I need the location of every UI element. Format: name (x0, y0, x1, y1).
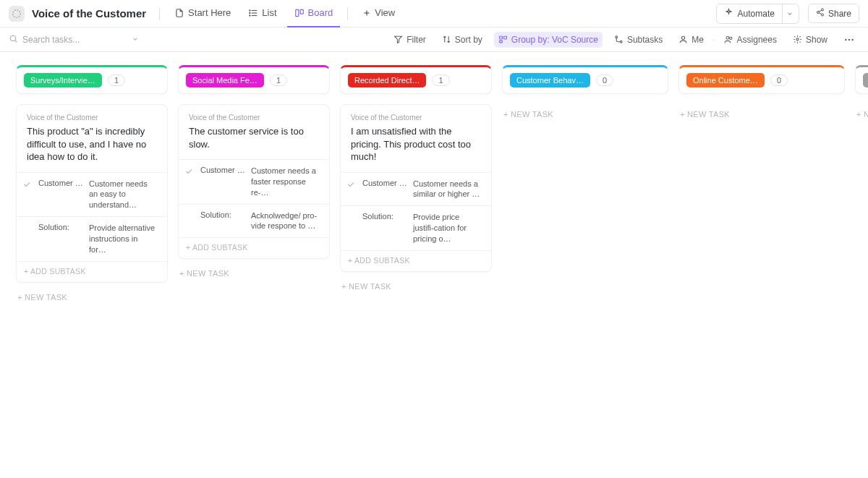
column-header[interactable]: Recorded Direct…1 (340, 65, 492, 94)
svg-point-25 (726, 36, 729, 39)
automate-button[interactable]: Automate (716, 4, 783, 24)
svg-point-30 (851, 38, 853, 40)
nav-start-here[interactable]: Start Here (167, 0, 238, 27)
svg-point-5 (250, 12, 250, 13)
more-button[interactable] (839, 31, 859, 48)
share-button[interactable]: Share (808, 4, 859, 23)
nav-board[interactable]: Board (287, 0, 341, 27)
new-task-button[interactable]: + NEW TASK (678, 94, 845, 120)
task-card[interactable]: Voice of the CustomerThe customer servic… (178, 104, 330, 259)
status-pill: Social Media Fe… (186, 73, 264, 88)
check-icon (21, 223, 33, 224)
add-subtask-button[interactable]: + ADD SUBTASK (17, 261, 167, 282)
sparkle-icon (724, 8, 733, 20)
subtask-row[interactable]: Customer …Customer needs an easy to unde… (17, 172, 167, 217)
column-header[interactable]: Dir (855, 65, 868, 94)
svg-point-27 (796, 38, 799, 40)
check-icon (183, 166, 195, 176)
count-badge: 1 (432, 74, 449, 86)
field-label: Customer … (38, 179, 83, 187)
group-by-button[interactable]: Group by: VoC Source (494, 32, 603, 48)
breadcrumb: Voice of the Customer (351, 114, 481, 121)
field-value: Provide price justifi-cation for pricing… (413, 212, 481, 244)
task-title: This product "a" is incredibly difficult… (27, 125, 157, 163)
status-pill: Recorded Direct… (348, 73, 426, 88)
settings-icon (793, 35, 802, 44)
svg-point-0 (13, 9, 21, 17)
column-header[interactable]: Surveys/Intervie…1 (16, 65, 168, 94)
task-card[interactable]: Voice of the CustomerThis product "a" is… (16, 104, 168, 283)
nav-add-view[interactable]: View (355, 0, 402, 27)
svg-point-28 (845, 38, 846, 40)
count-badge: 1 (270, 74, 287, 86)
nav-list[interactable]: List (241, 0, 284, 27)
new-task-button[interactable]: + NEW TASK (178, 259, 330, 279)
page-title: Voice of the Customer (32, 7, 146, 20)
svg-rect-8 (300, 9, 303, 14)
assignees-button[interactable]: Assignees (720, 32, 781, 48)
task-card[interactable]: Voice of the CustomerI am unsatisfied wi… (340, 104, 492, 272)
add-subtask-button[interactable]: + ADD SUBTASK (179, 237, 329, 258)
check-icon (345, 212, 357, 213)
column-header[interactable]: Customer Behav…0 (502, 65, 668, 94)
new-task-button[interactable]: + NE (855, 94, 868, 120)
field-label: Solution: (362, 212, 407, 221)
subtask-row[interactable]: Customer …Customer needs a similar or hi… (341, 172, 491, 206)
show-button[interactable]: Show (788, 32, 832, 48)
subtask-row[interactable]: Customer …Customer needs a faster respon… (179, 159, 329, 204)
svg-line-17 (15, 40, 17, 41)
field-label: Solution: (38, 223, 83, 231)
users-icon (724, 35, 733, 44)
board-column: Social Media Fe…1Voice of the CustomerTh… (178, 65, 330, 279)
chevron-down-icon (786, 10, 793, 17)
add-subtask-button[interactable]: + ADD SUBTASK (341, 250, 491, 271)
svg-point-23 (620, 40, 622, 43)
automate-dropdown[interactable] (782, 4, 799, 24)
top-nav: Voice of the Customer Start Here List Bo… (0, 0, 868, 27)
subtask-row[interactable]: Solution:Provide alternative instruction… (17, 216, 167, 261)
svg-line-14 (819, 10, 822, 12)
svg-point-26 (729, 37, 731, 39)
more-icon (843, 34, 855, 46)
subtask-row[interactable]: Solution:Acknolwedge/ pro-vide respone t… (179, 204, 329, 238)
svg-point-6 (250, 14, 250, 15)
check-icon (21, 179, 33, 189)
subtasks-button[interactable]: Subtasks (610, 32, 667, 48)
field-value: Customer needs a faster response re-… (251, 166, 319, 198)
svg-point-29 (848, 38, 850, 40)
new-task-button[interactable]: + NEW TASK (340, 272, 492, 292)
check-icon (183, 210, 195, 212)
field-label: Solution: (200, 210, 245, 219)
share-icon (816, 8, 825, 19)
svg-point-13 (821, 14, 823, 16)
sort-button[interactable]: Sort by (438, 32, 487, 48)
board-column: Recorded Direct…1Voice of the CustomerI … (340, 65, 492, 292)
svg-rect-19 (499, 36, 502, 39)
svg-point-12 (817, 12, 819, 14)
user-icon (678, 35, 688, 44)
svg-rect-21 (499, 40, 502, 43)
group-icon (498, 35, 508, 44)
task-title: The customer service is too slow. (189, 125, 319, 150)
field-value: Acknolwedge/ pro-vide respone to … (251, 210, 319, 232)
field-value: Customer needs a similar or higher … (413, 179, 481, 200)
column-header[interactable]: Online Custome…0 (678, 65, 845, 94)
list-icon (248, 8, 258, 18)
chevron-down-icon (132, 35, 139, 45)
new-task-button[interactable]: + NEW TASK (16, 283, 168, 303)
status-pill: Surveys/Intervie… (24, 73, 102, 88)
subtask-row[interactable]: Solution:Provide price justifi-cation fo… (341, 205, 491, 250)
filter-icon (393, 35, 403, 44)
new-task-button[interactable]: + NEW TASK (502, 94, 668, 120)
search-input[interactable]: Search tasks... (9, 34, 139, 46)
filter-button[interactable]: Filter (389, 32, 430, 48)
workspace-icon[interactable] (9, 6, 25, 22)
me-button[interactable]: Me (674, 32, 708, 48)
plus-icon (362, 9, 371, 17)
svg-rect-20 (503, 36, 506, 39)
count-badge: 0 (770, 74, 788, 86)
column-header[interactable]: Social Media Fe…1 (178, 65, 330, 94)
board-column: Dir+ NE (855, 65, 868, 120)
field-label: Customer … (362, 179, 407, 187)
svg-point-22 (616, 36, 618, 38)
